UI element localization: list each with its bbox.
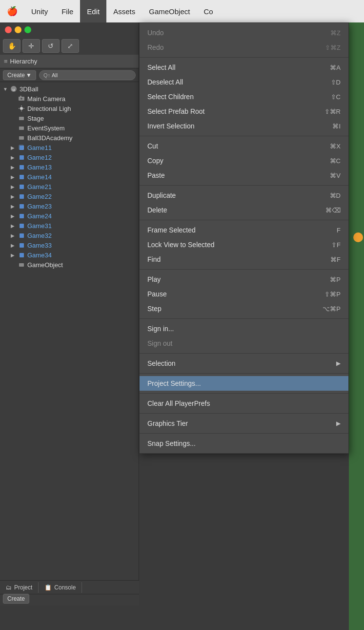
menu-section-clipboard: Cut ⌘X Copy ⌘C Paste ⌘V <box>140 136 348 186</box>
menu-item-copy-label: Copy <box>147 157 330 165</box>
tree-game13-label: Game13 <box>27 164 139 171</box>
scale-tool[interactable]: ⤢ <box>61 39 79 53</box>
menu-item-paste[interactable]: Paste ⌘V <box>140 168 348 183</box>
tab-console[interactable]: 📋 Console <box>39 582 82 593</box>
menu-item-frame-selected[interactable]: Frame Selected F <box>140 223 348 237</box>
menu-item-selection[interactable]: Selection ▶ <box>140 356 348 371</box>
svg-point-5 <box>20 107 23 110</box>
tree-item-game23[interactable]: ▶ Game23 <box>0 201 139 211</box>
menu-unity[interactable]: Unity <box>24 0 55 22</box>
menu-item-graphics-tier[interactable]: Graphics Tier ▶ <box>140 416 348 431</box>
tree-ball3dacademy-label: Ball3DAcademy <box>27 134 139 142</box>
tree-item-game14[interactable]: ▶ Game14 <box>0 172 139 182</box>
apple-menu[interactable]: 🍎 <box>0 6 24 17</box>
tree-item-game11[interactable]: ▶ Game11 <box>0 143 139 152</box>
menu-item-signout[interactable]: Sign out <box>140 336 348 351</box>
tree-item-game13[interactable]: ▶ Game13 <box>0 162 139 172</box>
menu-item-snap-settings[interactable]: Snap Settings... <box>140 436 348 451</box>
svg-rect-20 <box>20 204 24 209</box>
tree-expand-arrow: ▼ <box>3 86 10 92</box>
menu-item-select-all[interactable]: Select All ⌘A <box>140 60 348 75</box>
menu-item-clear-playerprefs[interactable]: Clear All PlayerPrefs <box>140 396 348 411</box>
svg-rect-11 <box>19 126 24 130</box>
menu-item-signout-label: Sign out <box>147 339 341 347</box>
menu-item-copy[interactable]: Copy ⌘C <box>140 153 348 168</box>
menu-co[interactable]: Co <box>197 0 220 22</box>
tree-item-main-camera[interactable]: Main Camera <box>0 94 139 104</box>
tree-item-game32[interactable]: ▶ Game32 <box>0 231 139 240</box>
menu-item-step[interactable]: Step ⌥⌘P <box>140 301 348 316</box>
close-button[interactable] <box>5 26 12 33</box>
menu-item-select-prefab-root[interactable]: Select Prefab Root ⇧⌘R <box>140 104 348 119</box>
gameobject-icon <box>18 261 25 269</box>
move-tool[interactable]: ✛ <box>22 39 40 53</box>
menu-item-play[interactable]: Play ⌘P <box>140 272 348 287</box>
hand-tool[interactable]: ✋ <box>3 39 20 53</box>
menu-item-pause[interactable]: Pause ⇧⌘P <box>140 287 348 301</box>
tab-project[interactable]: 🗂 Project <box>0 582 39 593</box>
edit-dropdown-menu: Undo ⌘Z Redo ⇧⌘Z Select All ⌘A Deselect … <box>139 22 349 454</box>
tree-item-game31[interactable]: ▶ Game31 <box>0 221 139 231</box>
console-tab-label: Console <box>54 584 76 591</box>
menu-item-duplicate-label: Duplicate <box>147 191 330 199</box>
menu-item-graphics-tier-label: Graphics Tier <box>147 420 332 427</box>
tree-item-game34[interactable]: ▶ Game34 <box>0 250 139 260</box>
menu-item-invert-selection[interactable]: Invert Selection ⌘I <box>140 119 348 133</box>
menu-item-undo[interactable]: Undo ⌘Z <box>140 25 348 40</box>
graphics-tier-submenu-arrow-icon: ▶ <box>336 420 341 427</box>
tree-item-stage[interactable]: Stage <box>0 113 139 123</box>
menu-section-undo: Undo ⌘Z Redo ⇧⌘Z <box>140 23 348 58</box>
rotate-tool[interactable]: ↺ <box>42 39 60 53</box>
expand-icon: ▶ <box>11 233 18 238</box>
menu-item-find[interactable]: Find ⌘F <box>140 252 348 267</box>
menu-item-redo[interactable]: Redo ⇧⌘Z <box>140 40 348 55</box>
expand-icon: ▶ <box>11 184 18 189</box>
menu-item-selection-label: Selection <box>147 359 332 367</box>
menu-gameobject[interactable]: GameObject <box>142 0 197 22</box>
menu-item-duplicate[interactable]: Duplicate ⌘D <box>140 188 348 203</box>
menu-item-deselect-all[interactable]: Deselect All ⇧D <box>140 75 348 89</box>
menu-item-lock-view[interactable]: Lock View to Selected ⇧F <box>140 237 348 252</box>
menu-assets[interactable]: Assets <box>106 0 142 22</box>
minimize-button[interactable] <box>15 26 21 33</box>
menu-item-signin-label: Sign in... <box>147 325 341 333</box>
menu-edit[interactable]: Edit <box>80 0 106 22</box>
menu-item-copy-shortcut: ⌘C <box>330 157 341 165</box>
menu-item-signin[interactable]: Sign in... <box>140 321 348 336</box>
menu-item-project-settings[interactable]: Project Settings... <box>140 376 348 391</box>
tree-root-item[interactable]: ▼ u 3DBall <box>0 84 139 94</box>
expand-icon: ▶ <box>11 174 18 180</box>
menu-item-cut[interactable]: Cut ⌘X <box>140 139 348 153</box>
menu-item-pause-shortcut: ⇧⌘P <box>324 291 341 298</box>
menu-file[interactable]: File <box>55 0 80 22</box>
menu-item-snap-settings-label: Snap Settings... <box>147 440 341 447</box>
tree-item-game21[interactable]: ▶ Game21 <box>0 182 139 191</box>
expand-icon: ▶ <box>11 223 18 229</box>
svg-rect-10 <box>19 117 24 120</box>
menu-item-delete[interactable]: Delete ⌘⌫ <box>140 203 348 217</box>
search-box[interactable]: Q↑ All <box>39 70 136 80</box>
menu-item-select-children[interactable]: Select Children ⇧C <box>140 89 348 104</box>
menu-item-lock-view-label: Lock View to Selected <box>147 241 331 249</box>
tree-item-game24[interactable]: ▶ Game24 <box>0 211 139 221</box>
bottom-create-button[interactable]: Create <box>3 594 29 604</box>
cube-icon <box>18 163 25 171</box>
tree-item-eventsystem[interactable]: EventSystem <box>0 123 139 133</box>
svg-rect-17 <box>20 175 24 179</box>
create-button[interactable]: Create ▼ <box>3 70 36 80</box>
tree-item-directional-light[interactable]: Directional Ligh <box>0 104 139 113</box>
tree-item-game12[interactable]: ▶ Game12 <box>0 152 139 162</box>
hierarchy-toolbar: Create ▼ Q↑ All <box>0 68 139 82</box>
light-icon <box>18 105 25 112</box>
tree-item-ball3dacademy[interactable]: Ball3DAcademy <box>0 133 139 143</box>
tree-item-game22[interactable]: ▶ Game22 <box>0 191 139 201</box>
maximize-button[interactable] <box>24 26 31 33</box>
hierarchy-icon: ≡ <box>4 58 8 65</box>
svg-rect-24 <box>20 243 24 248</box>
menu-item-frame-selected-shortcut: F <box>337 227 341 234</box>
tree-item-gameobject[interactable]: GameObject <box>0 260 139 270</box>
tree-item-game33[interactable]: ▶ Game33 <box>0 240 139 250</box>
menu-item-select-prefab-root-label: Select Prefab Root <box>147 107 324 115</box>
menu-bar: 🍎 Unity File Edit Assets GameObject Co <box>0 0 364 22</box>
cube-icon <box>18 212 25 220</box>
